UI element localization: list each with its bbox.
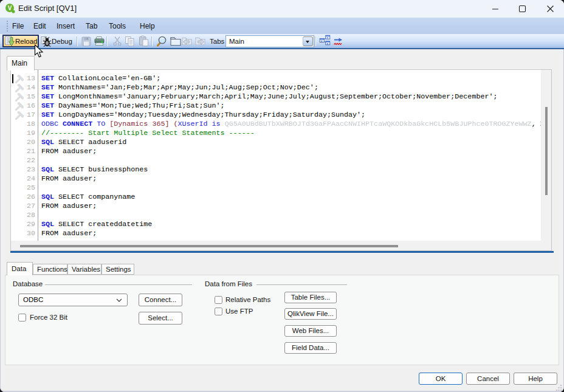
svg-text:V: V: [8, 5, 12, 12]
